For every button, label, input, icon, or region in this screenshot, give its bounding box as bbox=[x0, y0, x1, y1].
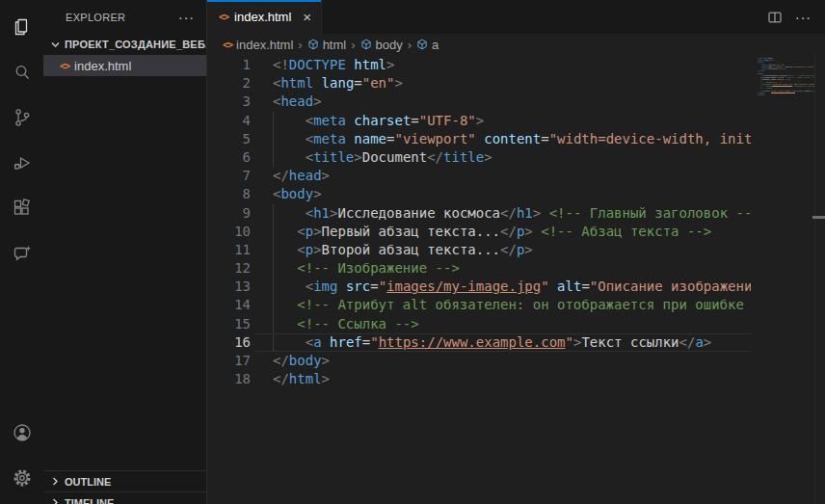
explorer-sidebar: EXPLORER ··· ПРОЕКТ_СОЗДАНИЕ_ВЕБ... <> i… bbox=[43, 0, 207, 504]
run-debug-icon[interactable] bbox=[0, 140, 43, 185]
code-line-9[interactable]: 9 <h1>Исследование космоса</h1> <!-- Гла… bbox=[207, 204, 751, 223]
tab-bar-empty-space bbox=[322, 0, 766, 34]
file-item-index-html[interactable]: <> index.html bbox=[43, 55, 206, 76]
breadcrumb: <>index.html›html›body›a bbox=[207, 34, 825, 55]
code-line-15[interactable]: 15 <!-- Ссылка --> bbox=[207, 315, 751, 333]
code-editor[interactable]: 1<!DOCTYPE html>2<html lang="en">3<head>… bbox=[207, 55, 825, 504]
breadcrumb-label: index.html bbox=[236, 38, 293, 52]
code-line-5[interactable]: 5 <meta name="viewport" content="width=d… bbox=[207, 130, 751, 148]
timeline-section-header[interactable]: TIMELINE bbox=[43, 491, 206, 504]
file-code-icon: <> bbox=[223, 40, 232, 50]
tab-label: index.html bbox=[234, 10, 291, 24]
breadcrumb-separator-icon: › bbox=[408, 38, 412, 52]
code-line-8[interactable]: 8<body> bbox=[207, 185, 751, 203]
code-area[interactable]: 1<!DOCTYPE html>2<html lang="en">3<head>… bbox=[207, 55, 751, 504]
code-line-14[interactable]: 14 <!-- Атрибут alt обязателен: он отобр… bbox=[207, 296, 751, 314]
breadcrumb-item-index-html[interactable]: <>index.html bbox=[223, 38, 293, 52]
code-line-7[interactable]: 7</head> bbox=[207, 167, 751, 185]
breadcrumb-separator-icon: › bbox=[351, 38, 355, 52]
symbol-element-icon bbox=[416, 39, 428, 50]
vscode-window: EXPLORER ··· ПРОЕКТ_СОЗДАНИЕ_ВЕБ... <> i… bbox=[0, 0, 825, 504]
code-line-11[interactable]: 11 <p>Второй абзац текста...</p> bbox=[207, 241, 751, 259]
breadcrumb-label: a bbox=[432, 38, 439, 52]
code-line-12[interactable]: 12 <!-- Изображение --> bbox=[207, 259, 751, 278]
chevron-down-icon bbox=[49, 39, 62, 51]
chat-icon[interactable] bbox=[0, 230, 43, 276]
html-file-icon: <> bbox=[60, 61, 69, 71]
settings-gear-icon[interactable] bbox=[0, 455, 43, 500]
code-line-6[interactable]: 6 <title>Document</title> bbox=[207, 148, 751, 167]
source-control-icon[interactable] bbox=[0, 94, 43, 140]
code-line-10[interactable]: 10 <p>Первый абзац текста...</p> <!-- Аб… bbox=[207, 223, 751, 241]
code-line-16[interactable]: 16 <a href="https://www.example.com">Тек… bbox=[207, 333, 751, 352]
symbol-element-icon bbox=[307, 39, 319, 50]
breadcrumb-separator-icon: › bbox=[298, 38, 302, 52]
explorer-title: EXPLORER bbox=[66, 12, 125, 23]
account-icon[interactable] bbox=[0, 410, 43, 455]
code-line-4[interactable]: 4 <meta charset="UTF-8"> bbox=[207, 112, 751, 130]
tab-bar: <> index.html × ··· bbox=[207, 0, 825, 34]
code-line-18[interactable]: 18</html> bbox=[207, 370, 751, 388]
breadcrumb-label: html bbox=[323, 38, 347, 52]
search-icon[interactable] bbox=[0, 49, 43, 94]
overview-ruler[interactable] bbox=[814, 55, 825, 504]
project-folder-header[interactable]: ПРОЕКТ_СОЗДАНИЕ_ВЕБ... bbox=[43, 34, 206, 55]
extensions-icon[interactable] bbox=[0, 185, 43, 230]
breadcrumb-item-body[interactable]: body bbox=[360, 38, 403, 52]
tab-close-icon[interactable]: × bbox=[303, 10, 311, 24]
minimap[interactable]: <!DOCTYPE html><html lang="en"><head> <m… bbox=[751, 55, 814, 504]
breadcrumb-item-html[interactable]: html bbox=[307, 38, 347, 52]
code-line-2[interactable]: 2<html lang="en"> bbox=[207, 74, 751, 93]
explorer-header: EXPLORER ··· bbox=[43, 0, 206, 34]
outline-section-header[interactable]: OUTLINE bbox=[43, 470, 206, 491]
code-line-13[interactable]: 13 <img src="images/my-image.jpg" alt="О… bbox=[207, 278, 751, 296]
file-item-label: index.html bbox=[74, 59, 131, 73]
overview-cursor-marker bbox=[812, 216, 825, 219]
timeline-label: TIMELINE bbox=[65, 497, 114, 504]
outline-label: OUTLINE bbox=[65, 476, 111, 488]
tab-index-html[interactable]: <> index.html × bbox=[207, 0, 322, 34]
explorer-more-actions-icon[interactable]: ··· bbox=[178, 10, 195, 25]
editor-group: <> index.html × ··· <>index.html›html›bo… bbox=[207, 0, 825, 504]
editor-actions: ··· bbox=[766, 0, 825, 34]
explorer-icon[interactable] bbox=[0, 4, 43, 49]
project-folder-label: ПРОЕКТ_СОЗДАНИЕ_ВЕБ... bbox=[65, 39, 207, 50]
split-editor-icon[interactable] bbox=[766, 9, 784, 26]
code-line-3[interactable]: 3<head> bbox=[207, 93, 751, 111]
code-line-17[interactable]: 17</body> bbox=[207, 352, 751, 370]
breadcrumb-item-a[interactable]: a bbox=[416, 38, 439, 52]
symbol-element-icon bbox=[360, 39, 372, 50]
activity-bar bbox=[0, 0, 43, 504]
chevron-right-icon bbox=[49, 496, 62, 504]
code-line-1[interactable]: 1<!DOCTYPE html> bbox=[207, 56, 751, 74]
breadcrumb-label: body bbox=[376, 38, 403, 52]
more-actions-icon[interactable]: ··· bbox=[795, 10, 812, 25]
chevron-right-icon bbox=[49, 475, 62, 488]
html-file-icon: <> bbox=[219, 12, 228, 22]
